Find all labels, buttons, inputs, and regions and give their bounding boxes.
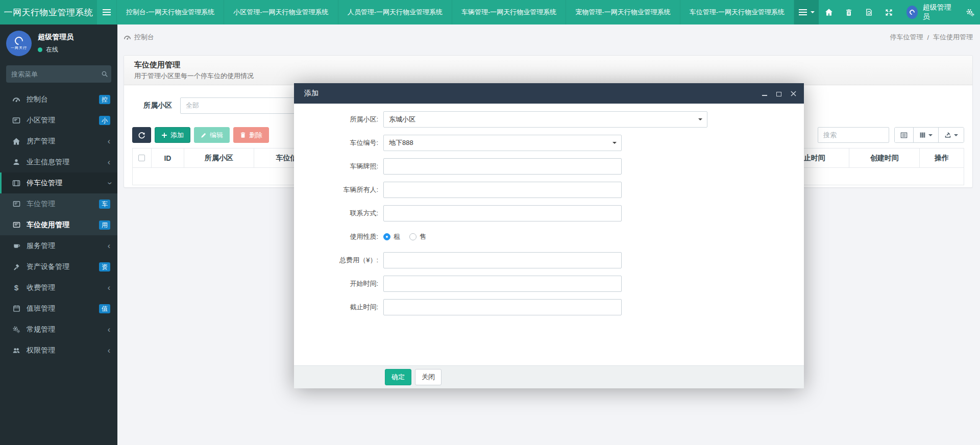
menu-badge: 车	[99, 200, 110, 209]
menu-badge: 控	[99, 95, 110, 104]
vehicle-owner-input[interactable]	[383, 182, 622, 198]
breadcrumb-current: 车位使用管理	[933, 33, 973, 42]
status-label: 在线	[46, 45, 58, 54]
usage-type-radio-group: 租 售	[383, 229, 426, 245]
menu-search-input[interactable]	[11, 70, 101, 78]
sidebar-user-panel: 一网天行 超级管理员 在线	[0, 24, 117, 61]
sidebar-item-assets[interactable]: 资产设备管理 资	[0, 256, 117, 277]
maximize-button[interactable]	[775, 90, 782, 97]
tab-personnel[interactable]: 人员管理-一网天行物业管理系统	[338, 0, 452, 24]
column-community[interactable]: 所属小区	[184, 149, 254, 168]
sidebar-item-permissions[interactable]: 权限管理 ‹	[0, 340, 117, 361]
user-menu[interactable]: 超级管理员	[899, 0, 960, 24]
start-time-input[interactable]	[383, 276, 622, 292]
sidebar-item-fees[interactable]: $ 收费管理 ‹	[0, 277, 117, 298]
usage-type-radio-rent[interactable]: 租	[383, 232, 400, 241]
clear-trash-button[interactable]	[839, 0, 859, 24]
edit-button[interactable]: 编辑	[194, 127, 230, 143]
refresh-cache-button[interactable]	[859, 0, 879, 24]
list-icon	[799, 12, 807, 13]
community-select[interactable]: 东城小区	[383, 111, 707, 128]
tab-vehicle[interactable]: 车辆管理-一网天行物业管理系统	[452, 0, 566, 24]
dollar-icon: $	[12, 283, 20, 292]
field-label-community: 所属小区:	[294, 115, 383, 124]
breadcrumb-section[interactable]: 停车位管理	[890, 33, 923, 42]
sidebar-item-general[interactable]: 常规管理 ‹	[0, 319, 117, 340]
user-avatar	[906, 6, 918, 19]
dialog-header[interactable]: 添加	[294, 83, 804, 104]
column-actions[interactable]: 操作	[920, 149, 964, 168]
card-icon	[12, 116, 20, 125]
select-all-checkbox-cell	[132, 149, 152, 168]
panel-header: 车位使用管理 用于管理小区里每一个停车位的使用情况	[124, 56, 972, 85]
card-icon	[12, 221, 20, 229]
export-icon	[944, 132, 951, 139]
caret-down-icon	[612, 142, 617, 146]
dialog-footer: 确定 关闭	[294, 365, 804, 388]
detail-view-button[interactable]	[895, 128, 913, 142]
sidebar-item-parking-usage[interactable]: 车位使用管理 用	[0, 214, 117, 235]
tab-pet[interactable]: 宠物管理-一网天行物业管理系统	[566, 0, 679, 24]
space-number-select[interactable]: 地下888	[383, 135, 622, 151]
tab-parking[interactable]: 车位管理-一网天行物业管理系统	[680, 0, 794, 24]
page-subtitle: 用于管理小区里每一个停车位的使用情况	[134, 71, 964, 81]
end-time-input[interactable]	[383, 299, 622, 315]
home-button[interactable]	[819, 0, 839, 24]
parking-submenu: 车位管理 车 车位使用管理 用	[0, 193, 117, 235]
gears-icon	[12, 326, 20, 334]
total-fee-input[interactable]	[383, 252, 622, 268]
sidebar-item-owner-info[interactable]: 业主信息管理 ‹	[0, 152, 117, 172]
sidebar-item-community[interactable]: 小区管理 小	[0, 110, 117, 131]
caret-down-icon	[811, 11, 815, 15]
confirm-button[interactable]: 确定	[385, 369, 411, 385]
dialog-close-button[interactable]: 关闭	[415, 369, 442, 385]
breadcrumb-home[interactable]: 控制台	[134, 33, 154, 42]
field-label-start-time: 开始时间:	[294, 279, 383, 288]
column-create-time[interactable]: 创建时间	[849, 149, 920, 168]
close-button[interactable]	[790, 90, 797, 97]
delete-button[interactable]: 删除	[233, 127, 269, 143]
film-icon	[12, 179, 20, 187]
field-label-owner: 车辆所有人:	[294, 185, 383, 194]
select-all-checkbox[interactable]	[138, 155, 145, 161]
tab-console[interactable]: 控制台-一网天行物业管理系统	[116, 0, 224, 24]
table-search-input[interactable]	[818, 127, 889, 143]
tab-community[interactable]: 小区管理-一网天行物业管理系统	[224, 0, 337, 24]
sidebar-toggle-button[interactable]	[97, 0, 116, 24]
plus-icon	[161, 132, 167, 138]
gauge-icon	[124, 34, 131, 41]
card-icon	[12, 200, 20, 208]
chevron-left-icon: ‹	[108, 158, 110, 166]
sidebar-item-property[interactable]: 房产管理 ‹	[0, 131, 117, 152]
chevron-left-icon: ‹	[108, 284, 110, 292]
sidebar-item-service[interactable]: 服务管理 ‹	[0, 235, 117, 256]
fullscreen-button[interactable]	[879, 0, 899, 24]
chevron-left-icon: ‹	[108, 242, 110, 250]
add-button[interactable]: 添加	[155, 127, 190, 143]
dialog-title: 添加	[304, 89, 318, 98]
field-label-contact: 联系方式:	[294, 209, 383, 218]
refresh-button[interactable]	[132, 127, 151, 143]
license-plate-input[interactable]	[383, 158, 622, 175]
users-icon	[12, 347, 20, 354]
sidebar-item-parking[interactable]: 停车位管理 ‹	[0, 172, 117, 193]
pencil-icon	[201, 132, 207, 138]
columns-button[interactable]	[913, 128, 938, 142]
column-id[interactable]: ID	[152, 149, 184, 168]
minimize-button[interactable]	[761, 90, 768, 97]
tabs-list-dropdown-button[interactable]	[794, 0, 819, 24]
app-brand[interactable]: 一网天行物业管理系统	[0, 0, 97, 24]
sidebar-item-dashboard[interactable]: 控制台 控	[0, 89, 117, 110]
sidebar-menu: 控制台 控 小区管理 小 房产管理 ‹ 业主信息管理 ‹ 停车位管理 ‹	[0, 89, 117, 361]
sidebar-item-duty[interactable]: 值班管理 值	[0, 298, 117, 319]
export-button[interactable]	[938, 128, 964, 142]
logo-swirl-icon	[13, 35, 25, 46]
usage-type-radio-sell[interactable]: 售	[409, 232, 426, 241]
field-label-space-number: 车位编号:	[294, 138, 383, 147]
contact-input[interactable]	[383, 205, 622, 221]
hamburger-icon	[103, 12, 111, 13]
settings-button[interactable]	[960, 0, 980, 24]
grid-icon	[919, 132, 926, 138]
caret-down-icon	[698, 118, 702, 122]
sidebar-item-parking-space[interactable]: 车位管理 车	[0, 193, 117, 214]
